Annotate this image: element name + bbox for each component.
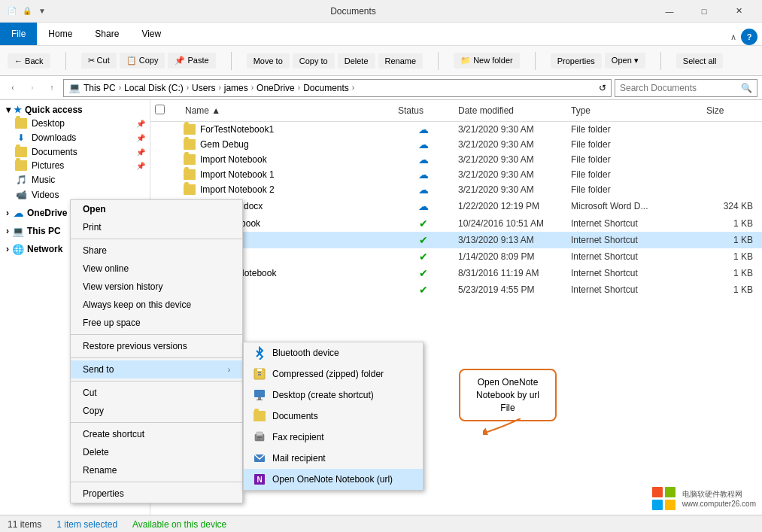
ctx-send-to[interactable]: Send to › [71, 360, 242, 378]
sidebar-item-pictures[interactable]: Pictures 📌 [0, 159, 150, 172]
properties-button[interactable]: Properties [551, 53, 602, 68]
col-date-header[interactable]: Date modified [454, 104, 566, 117]
callout-text: Open OneNote Notebook by url File [476, 377, 539, 413]
logo-yellow [665, 500, 675, 510]
sub-onenote-label: Open OneNote Notebook (url) [272, 474, 393, 485]
tab-file[interactable]: File [0, 23, 37, 45]
chevron-icon-pc: › [6, 226, 9, 236]
file-list-header: Name ▲ Status Date modified Type Size [150, 100, 762, 122]
sidebar-item-downloads[interactable]: ⬇ Downloads 📌 [0, 130, 150, 145]
svg-rect-18 [257, 432, 263, 436]
cloud-status-icon: ☁ [418, 154, 429, 166]
copy-button[interactable]: 📋 Copy [120, 53, 165, 68]
windows-logo [652, 487, 676, 511]
addr-james: james [224, 83, 248, 93]
refresh-icon[interactable]: ↺ [599, 83, 606, 93]
sidebar-label-documents: Documents [32, 147, 77, 157]
copy-to-button[interactable]: Copy to [293, 53, 335, 68]
close-button[interactable]: ✕ [721, 0, 756, 23]
ctx-share[interactable]: Share [71, 242, 242, 260]
addr-docs: Documents [303, 83, 349, 93]
ribbon-group-edit: ✂ Cut 📋 Copy 📌 Paste [81, 53, 216, 68]
up-nav-button[interactable]: ↑ [44, 80, 60, 96]
sub-mail[interactable]: Mail recipient [244, 448, 423, 469]
sidebar-item-documents[interactable]: Documents 📌 [0, 145, 150, 159]
col-status-header[interactable]: Status [393, 104, 454, 117]
ctx-free-up[interactable]: Free up space [71, 314, 242, 332]
sub-fax[interactable]: Fax recipient [244, 427, 423, 448]
ctx-rename[interactable]: Rename [71, 461, 242, 479]
forward-nav-button[interactable]: › [24, 80, 41, 96]
ctx-restore-versions[interactable]: Restore previous versions [71, 337, 242, 355]
rename-button[interactable]: Rename [378, 53, 424, 68]
back-button[interactable]: ← Back [8, 53, 50, 68]
svg-rect-15 [258, 397, 261, 400]
back-nav-button[interactable]: ‹ [5, 80, 21, 96]
address-bar: ‹ › ↑ 💻 This PC › Local Disk (C:) › User… [0, 76, 762, 100]
sub-onenote[interactable]: N Open OneNote Notebook (url) [244, 469, 423, 490]
desktop-icon [253, 388, 266, 402]
send-to-submenu: Bluetooth device Compressed (zipped) fol… [243, 342, 424, 491]
ctx-delete[interactable]: Delete [71, 443, 242, 461]
ctx-copy[interactable]: Copy [71, 402, 242, 420]
sidebar-item-music[interactable]: 🎵 Music [0, 172, 150, 187]
addr-sep2: › [187, 84, 189, 92]
pin-icon-downloads: 📌 [136, 134, 145, 142]
help-button[interactable]: ? [741, 29, 757, 45]
window-controls: — □ ✕ [652, 0, 756, 23]
quick-access-header[interactable]: ▾ ★ Quick access [0, 103, 150, 117]
table-row[interactable]: ForTestNotebook1 ☁ 3/21/2020 9:30 AM Fil… [150, 122, 762, 137]
select-all-button[interactable]: Select all [676, 53, 724, 68]
paste-button[interactable]: 📌 Paste [168, 53, 215, 68]
sub-zip[interactable]: Compressed (zipped) folder [244, 363, 423, 385]
row-status: ☁ [393, 138, 454, 150]
table-row[interactable]: Import Notebook 2 ☁ 3/21/2020 9:30 AM Fi… [150, 182, 762, 197]
ctx-view-online[interactable]: View online [71, 260, 242, 278]
ctx-cut[interactable]: Cut [71, 384, 242, 402]
minimize-button[interactable]: — [652, 0, 687, 23]
select-all-checkbox[interactable] [155, 105, 165, 114]
ctx-open[interactable]: Open [71, 200, 242, 218]
new-folder-button[interactable]: 📁 New folder [454, 53, 520, 68]
col-type-header[interactable]: Type [566, 104, 702, 117]
ctx-create-shortcut[interactable]: Create shortcut [71, 425, 242, 443]
table-row[interactable]: Import Notebook ☁ 3/21/2020 9:30 AM File… [150, 152, 762, 167]
sidebar-label-desktop: Desktop [32, 118, 65, 129]
sidebar-item-desktop[interactable]: Desktop 📌 [0, 117, 150, 130]
col-name-header[interactable]: Name ▲ [181, 104, 393, 117]
tab-home[interactable]: Home [37, 23, 83, 45]
sub-bluetooth-label: Bluetooth device [272, 348, 339, 358]
sub-documents[interactable]: Documents [244, 406, 423, 427]
maximize-button[interactable]: □ [687, 0, 721, 23]
ctx-version-history[interactable]: View version history [71, 278, 242, 296]
row-status: ✔ [393, 234, 454, 246]
ctx-print[interactable]: Print [71, 218, 242, 236]
col-check-header[interactable] [150, 103, 181, 118]
title-bar-icon-3: ▼ [36, 5, 48, 17]
col-size-header[interactable]: Size [702, 104, 762, 117]
sub-bluetooth[interactable]: Bluetooth device [244, 342, 423, 363]
addr-pc: This PC [83, 83, 116, 93]
search-input[interactable] [620, 83, 738, 93]
item-count: 11 items [8, 519, 41, 530]
row-status: ✔ [393, 284, 454, 296]
search-box[interactable]: 🔍 [615, 79, 757, 97]
table-row[interactable]: Gem Debug ☁ 3/21/2020 9:30 AM File folde… [150, 137, 762, 152]
check-status-icon: ✔ [419, 284, 428, 296]
move-to-button[interactable]: Move to [247, 53, 290, 68]
table-row[interactable]: Import Notebook 1 ☁ 3/21/2020 9:30 AM Fi… [150, 167, 762, 182]
tab-share[interactable]: Share [83, 23, 130, 45]
address-box[interactable]: 💻 This PC › Local Disk (C:) › Users › ja… [63, 79, 612, 97]
cloud-status-icon: ☁ [418, 138, 429, 150]
open-button[interactable]: Open ▾ [605, 53, 645, 68]
ctx-properties[interactable]: Properties [71, 485, 242, 503]
chevron-icon-od: › [6, 208, 9, 218]
sub-desktop[interactable]: Desktop (create shortcut) [244, 385, 423, 406]
tab-view[interactable]: View [130, 23, 172, 45]
row-name: Import Notebook [181, 154, 393, 166]
cloud-status-icon: ☁ [418, 169, 429, 181]
cut-button[interactable]: ✂ Cut [81, 53, 117, 68]
ctx-always-keep[interactable]: Always keep on this device [71, 296, 242, 314]
sidebar-label-music: Music [32, 175, 55, 185]
delete-button[interactable]: Delete [338, 53, 375, 68]
